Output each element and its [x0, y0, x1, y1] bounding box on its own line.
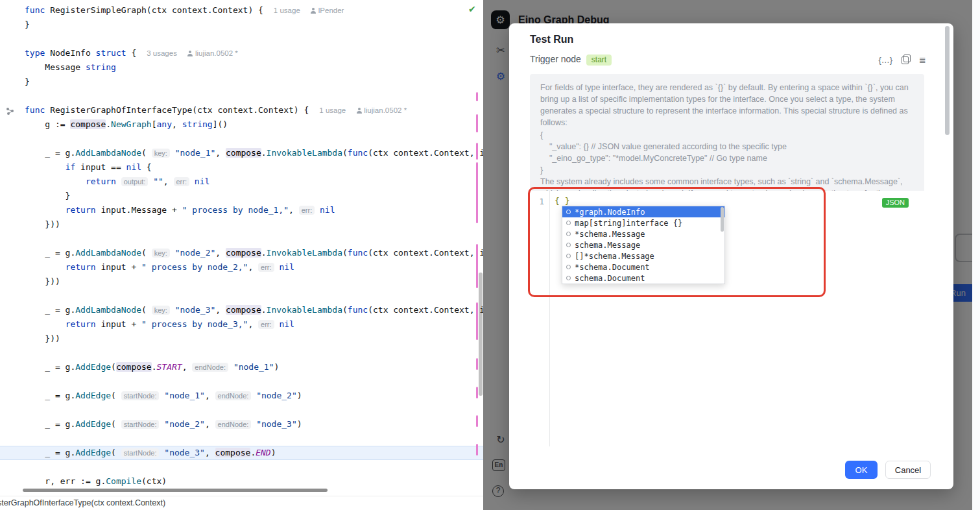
usage-annotation[interactable]: 1 usage [319, 106, 346, 114]
vcs-change-marker[interactable] [476, 415, 478, 427]
code-area[interactable]: func RegisterSimpleGraph(ctx context.Con… [0, 3, 483, 489]
vcs-change-marker[interactable] [476, 114, 478, 132]
code-token: string [86, 62, 116, 72]
code-line[interactable] [0, 460, 483, 474]
code-line[interactable] [0, 132, 483, 146]
code-token: nil [126, 162, 141, 172]
code-token: InvokableLambda [267, 248, 342, 258]
json-code[interactable]: { } [555, 196, 569, 206]
braces-icon[interactable]: {…} [878, 55, 892, 66]
cancel-button[interactable]: Cancel [885, 461, 931, 479]
modal-scrollbar[interactable] [945, 26, 950, 135]
code-token: _ = g. [25, 391, 75, 400]
vcs-change-marker[interactable] [476, 92, 478, 101]
code-line[interactable]: _ = g.AddEdge( startNode: "node_1", endN… [0, 389, 483, 403]
code-token: RegisterSimpleGraph(ctx context.Context)… [45, 5, 263, 15]
code-token: _ = g. [25, 248, 75, 258]
code-line[interactable]: _ = g.AddLambdaNode( key: "node_3", comp… [0, 303, 483, 317]
code-line[interactable]: _ = g.AddEdge(compose.START, endNode: "n… [0, 360, 483, 374]
code-line[interactable]: return input + " process by node_3,", er… [0, 317, 483, 332]
vcs-author-annotation[interactable]: liujian.0502 * [187, 49, 238, 57]
completion-item[interactable]: *schema.Document [562, 261, 724, 273]
code-token [228, 362, 233, 372]
ok-button[interactable]: OK [845, 461, 878, 479]
code-token [148, 176, 153, 186]
code-line[interactable]: })) [0, 217, 483, 232]
code-line[interactable]: return output: "", err: nil [0, 175, 483, 189]
vcs-change-marker[interactable] [476, 143, 478, 160]
code-line[interactable]: type NodeInfo struct {3 usagesliujian.05… [0, 46, 483, 60]
trigger-node-label: Trigger node [530, 54, 581, 64]
code-token: return [66, 319, 96, 329]
code-line[interactable]: } [0, 75, 483, 89]
code-token: " process by node_2," [141, 262, 248, 272]
code-token: , [215, 148, 226, 158]
completion-item[interactable]: schema.Message [562, 239, 724, 250]
code-token: return [66, 205, 96, 215]
usage-annotation[interactable]: 3 usages [147, 49, 177, 57]
code-token: startNode: [121, 420, 160, 429]
code-line[interactable]: })) [0, 274, 483, 289]
code-line[interactable]: return input.Message + " process by node… [0, 203, 483, 217]
code-line[interactable]: g := compose.NewGraph[any, string]() [0, 117, 483, 132]
vcs-change-marker[interactable] [476, 244, 478, 288]
vcs-change-marker[interactable] [476, 358, 478, 370]
code-line[interactable] [0, 289, 483, 303]
code-line[interactable] [0, 403, 483, 417]
code-editor[interactable]: func RegisterSimpleGraph(ctx context.Con… [0, 0, 483, 510]
vcs-author-annotation[interactable]: lPender [311, 6, 344, 14]
code-token: ( [111, 362, 116, 372]
code-line[interactable]: _ = g.AddEdge( startNode: "node_3", comp… [0, 446, 483, 460]
code-line[interactable]: _ = g.AddLambdaNode( key: "node_1", comp… [0, 146, 483, 160]
code-line[interactable]: } [0, 18, 483, 32]
code-line[interactable] [0, 232, 483, 246]
person-icon [187, 51, 193, 56]
code-line[interactable]: return input + " process by node_2,", er… [0, 260, 483, 274]
vcs-author-annotation[interactable]: liujian.0502 * [356, 106, 407, 114]
code-line[interactable] [0, 346, 483, 360]
code-line[interactable] [0, 32, 483, 46]
code-token: func [25, 105, 45, 115]
completion-item[interactable]: *graph.NodeInfo [562, 206, 724, 217]
horizontal-scrollbar[interactable] [23, 489, 328, 492]
completion-item[interactable]: []*schema.Message [562, 250, 724, 261]
usage-annotation[interactable]: 1 usage [274, 6, 300, 14]
copy-icon[interactable] [902, 55, 910, 64]
code-line[interactable]: func RegisterSimpleGraph(ctx context.Con… [0, 3, 483, 18]
format-icon[interactable]: ≣ [919, 55, 926, 66]
code-token: nil [279, 262, 294, 272]
code-line[interactable]: func RegisterGraphOfInterfaceType(ctx co… [0, 103, 483, 117]
vcs-change-marker[interactable] [476, 162, 478, 223]
completion-item[interactable]: schema.Document [562, 273, 724, 284]
completion-item[interactable]: map[string]interface {} [562, 217, 724, 228]
code-line[interactable] [0, 431, 483, 446]
vcs-change-marker[interactable] [476, 387, 478, 398]
code-line[interactable]: Message string [0, 60, 483, 75]
code-line[interactable]: r, err := g.Compile(ctx) [0, 474, 483, 489]
vcs-change-marker[interactable] [476, 444, 478, 455]
completion-scrollbar[interactable] [721, 207, 724, 232]
completion-type-icon [566, 243, 571, 247]
code-line[interactable] [0, 89, 483, 103]
completion-label: schema.Message [575, 241, 640, 250]
completion-item[interactable]: *schema.Message [562, 228, 724, 239]
code-line[interactable]: _ = g.AddLambdaNode( key: "node_2", comp… [0, 246, 483, 260]
code-token: _ = g. [25, 305, 75, 315]
inspection-ok-icon[interactable]: ✔ [468, 4, 476, 14]
trigger-node-badge: start [586, 55, 612, 66]
code-token: (ctx context.Context, in [368, 148, 483, 158]
code-line[interactable]: if input == nil { [0, 160, 483, 175]
code-token [251, 419, 256, 429]
code-token: . [152, 362, 157, 372]
code-line[interactable]: _ = g.AddEdge( startNode: "node_2", endN… [0, 417, 483, 431]
code-token [189, 176, 195, 186]
code-token: _ = g. [25, 362, 75, 372]
code-line[interactable]: } [0, 189, 483, 203]
completion-popup: *graph.NodeInfomap[string]interface {}*s… [562, 206, 725, 284]
code-line[interactable]: })) [0, 332, 483, 346]
vcs-change-marker[interactable] [476, 302, 478, 340]
code-line[interactable] [0, 374, 483, 389]
code-token: END [256, 448, 270, 457]
code-token [25, 205, 66, 215]
vertical-scrollbar[interactable] [479, 273, 483, 396]
